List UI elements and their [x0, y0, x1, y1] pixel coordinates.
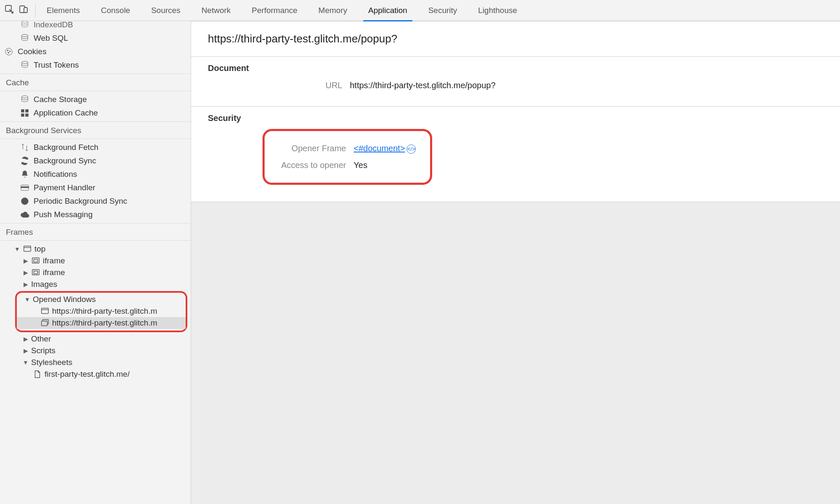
- sidebar-item-label: Background Sync: [34, 156, 96, 165]
- sidebar-item-bgsync[interactable]: Background Sync: [0, 154, 191, 168]
- svg-rect-25: [42, 321, 47, 326]
- sidebar-item-pushmessaging[interactable]: Push Messaging: [0, 208, 191, 221]
- device-toggle-icon[interactable]: [18, 4, 29, 16]
- database-icon: [20, 34, 29, 43]
- tree-node-window-2[interactable]: https://third-party-test.glitch.m: [17, 317, 186, 329]
- sidebar-item-paymenthandler[interactable]: Payment Handler: [0, 181, 191, 194]
- sidebar-item-appcache[interactable]: Application Cache: [0, 106, 191, 120]
- cookie-icon: [4, 47, 13, 56]
- sidebar-item-cookies[interactable]: ▶ Cookies: [0, 45, 191, 58]
- tab-sources[interactable]: Sources: [141, 0, 191, 21]
- chevron-right-icon: ▶: [23, 257, 29, 264]
- sidebar-item-trusttokens[interactable]: Trust Tokens: [0, 58, 191, 72]
- svg-point-9: [22, 61, 28, 64]
- tab-console[interactable]: Console: [91, 0, 140, 21]
- sidebar-item-label: Notifications: [34, 170, 77, 179]
- sidebar-item-notifications[interactable]: Notifications: [0, 168, 191, 181]
- toolbar-left-icons: [4, 4, 36, 17]
- svg-rect-11: [21, 110, 24, 112]
- kv-label-url: URL: [267, 81, 342, 90]
- creditcard-icon: [20, 183, 29, 192]
- chevron-down-icon: ▼: [14, 246, 20, 252]
- tree-node-scripts[interactable]: ▶ Scripts: [3, 345, 191, 357]
- tree-node-images[interactable]: ▶ Images: [3, 278, 191, 290]
- tree-node-label: iframe: [43, 256, 65, 265]
- clock-icon: [20, 197, 29, 206]
- window-icon: [40, 307, 50, 315]
- svg-point-8: [8, 52, 9, 53]
- svg-rect-18: [24, 246, 31, 252]
- tree-node-label: top: [34, 244, 45, 254]
- frame-title: https://third-party-test.glitch.me/popup…: [191, 21, 840, 57]
- kv-label-opener: Opener Frame: [270, 144, 346, 153]
- reveal-in-elements-icon[interactable]: </>: [407, 144, 416, 154]
- sidebar-item-label: Payment Handler: [34, 183, 95, 192]
- svg-point-3: [22, 21, 28, 23]
- kv-value-opener: <#document></>: [354, 144, 416, 154]
- svg-rect-20: [34, 259, 37, 262]
- svg-rect-14: [26, 114, 28, 116]
- sidebar-item-bgfetch[interactable]: Background Fetch: [0, 141, 191, 154]
- sidebar-item-periodicbgsync[interactable]: Periodic Background Sync: [0, 194, 191, 208]
- tab-application[interactable]: Application: [358, 0, 417, 21]
- tree-node-opened-windows[interactable]: ▼ Opened Windows: [17, 294, 186, 305]
- database-icon: [20, 21, 29, 29]
- tree-node-stylesheets[interactable]: ▼ Stylesheets: [3, 357, 191, 368]
- svg-rect-13: [21, 114, 24, 116]
- svg-point-6: [7, 50, 8, 51]
- file-icon: [33, 370, 42, 378]
- section-heading-security: Security: [208, 113, 823, 123]
- sidebar-item-websql[interactable]: Web SQL: [0, 32, 191, 45]
- sidebar-item-label: Push Messaging: [34, 210, 92, 219]
- svg-rect-12: [26, 110, 28, 112]
- sidebar-item-label: Background Fetch: [34, 143, 98, 152]
- highlight-opened-windows: ▼ Opened Windows https://third-party-tes…: [15, 291, 187, 332]
- tree-node-label: first-party-test.glitch.me/: [45, 370, 130, 379]
- frame-title-text: https://third-party-test.glitch.me/popup…: [208, 32, 397, 45]
- chevron-right-icon: ▶: [23, 347, 29, 354]
- sidebar-item-cachestorage[interactable]: Cache Storage: [0, 93, 191, 106]
- tree-node-label: https://third-party-test.glitch.m: [52, 307, 157, 316]
- frames-tree: ▼ top ▶ iframe ▶ iframe: [0, 241, 191, 383]
- transfer-icon: [20, 143, 29, 152]
- svg-rect-23: [42, 308, 49, 314]
- bell-icon: [20, 170, 29, 179]
- tab-lighthouse[interactable]: Lighthouse: [468, 0, 527, 21]
- tree-node-label: https://third-party-test.glitch.m: [52, 318, 157, 328]
- inspect-icon[interactable]: [4, 4, 14, 16]
- sidebar-group-cache: Cache: [0, 74, 191, 91]
- devtools-tabbar: Elements Console Sources Network Perform…: [0, 0, 840, 21]
- sidebar-item-label: IndexedDB: [34, 21, 73, 29]
- tree-node-label: iframe: [43, 268, 65, 277]
- tree-node-stylesheet-leaf[interactable]: first-party-test.glitch.me/: [3, 368, 191, 380]
- sidebar-item-label: Application Cache: [34, 108, 98, 118]
- tree-node-window-1[interactable]: https://third-party-test.glitch.m: [17, 305, 186, 317]
- opener-frame-link[interactable]: <#document>: [354, 144, 405, 153]
- window-icon: [23, 245, 32, 253]
- sidebar-item-label: Cache Storage: [34, 95, 87, 104]
- tree-node-iframe[interactable]: ▶ iframe: [3, 255, 191, 267]
- tree-node-label: Stylesheets: [31, 358, 72, 367]
- application-main: https://third-party-test.glitch.me/popup…: [191, 21, 840, 504]
- section-security: Security Opener Frame <#document></> Acc…: [191, 107, 840, 202]
- svg-rect-21: [32, 270, 39, 275]
- svg-rect-16: [21, 186, 29, 188]
- tab-elements[interactable]: Elements: [37, 0, 90, 21]
- section-heading-document: Document: [208, 63, 823, 73]
- sidebar-item-indexeddb[interactable]: IndexedDB: [0, 21, 191, 32]
- tree-node-other[interactable]: ▶ Other: [3, 333, 191, 345]
- tab-security[interactable]: Security: [418, 0, 467, 21]
- database-icon: [20, 95, 29, 104]
- tree-node-iframe[interactable]: ▶ iframe: [3, 267, 191, 278]
- iframe-icon: [31, 257, 40, 265]
- tab-memory[interactable]: Memory: [308, 0, 357, 21]
- tab-performance[interactable]: Performance: [242, 0, 307, 21]
- sidebar-item-label: Cookies: [18, 47, 47, 56]
- cloud-icon: [20, 210, 29, 219]
- svg-point-4: [22, 34, 28, 37]
- tab-network[interactable]: Network: [192, 0, 241, 21]
- chevron-right-icon: ▶: [23, 336, 29, 342]
- tree-node-top[interactable]: ▼ top: [3, 243, 191, 255]
- chevron-right-icon: ▶: [23, 269, 29, 276]
- kv-value-url: https://third-party-test.glitch.me/popup…: [350, 81, 496, 90]
